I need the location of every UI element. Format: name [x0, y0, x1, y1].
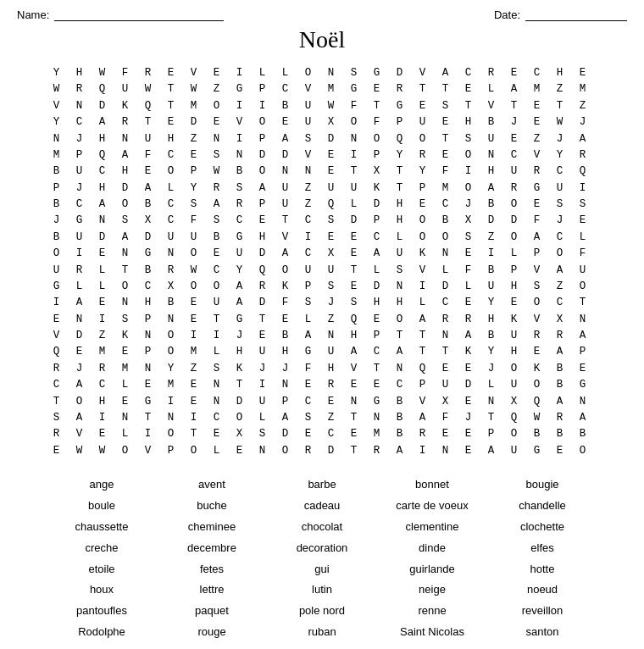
- word-list: angeaventbarbebonnetbougieboulebuchecade…: [34, 474, 610, 649]
- grid-row: R J R M N Y Z S K J J F H V T N Q E E J …: [53, 361, 591, 377]
- word-item: gui: [267, 559, 377, 580]
- word-item: Rodolphe: [47, 622, 157, 643]
- word-item: decoration: [267, 538, 377, 559]
- grid-row: N J H N U H Z N I P A S D N O Q O T S U …: [53, 131, 591, 147]
- name-line: [54, 9, 224, 21]
- word-item: creche: [47, 538, 157, 559]
- word-item: bonnet: [377, 474, 487, 496]
- name-field: Name:: [17, 8, 224, 21]
- word-item: noeud: [487, 580, 597, 601]
- grid-row: I A E N H B E U A D F S J S H H L C E Y …: [53, 295, 591, 311]
- word-item: chandelle: [487, 496, 597, 517]
- grid-row: J G N S X C F S C E T C S D P H O B X D …: [53, 213, 591, 229]
- word-item: pole nord: [267, 601, 377, 622]
- grid-row: P J H D A L Y R S A U Z U U K T P M O A …: [53, 180, 591, 197]
- date-field: Date:: [494, 8, 627, 21]
- word-item: carte de voeux: [377, 496, 487, 517]
- word-item: dinde: [377, 538, 487, 559]
- grid-row: B U D A D U U B G H V I E E C L O O S Z …: [53, 230, 591, 246]
- word-item: hotte: [487, 559, 597, 580]
- grid-row: V D Z K N O I I J E B A N H P T T N A B …: [53, 328, 591, 344]
- word-item: Saint Nicolas: [377, 622, 487, 643]
- grid-row: B C A O B C S A R P U Z Q L D H E C J B …: [53, 197, 591, 213]
- grid-row: T O H E G I E N D U P C E N G B V X E N …: [53, 394, 591, 410]
- word-item: chaussette: [47, 517, 157, 538]
- word-item: rouge: [157, 622, 267, 643]
- word-item: bougie: [487, 474, 597, 496]
- word-item: pantoufles: [47, 601, 157, 622]
- word-item: santon: [487, 622, 597, 643]
- word-item: cheminee: [157, 517, 267, 538]
- grid-row: E W W O V P O L E N O R D T R A I N E A …: [53, 443, 591, 459]
- word-item: traineau: [322, 643, 432, 649]
- word-item: boule: [47, 496, 157, 517]
- grid-row: G L L O C X O O A R K P S E D N I D L U …: [53, 279, 591, 295]
- grid-row: B U C H E O P W B O N N E T X T Y F I H …: [53, 164, 591, 180]
- word-item: etoile: [47, 559, 157, 580]
- word-item: sapin: [212, 643, 322, 649]
- word-item: clementine: [377, 517, 487, 538]
- grid-row: C A C L E M E N T I N E R E E C P U D L …: [53, 377, 591, 393]
- grid-row: O I E N G N O E U D A C X E A U K N E I …: [53, 246, 591, 262]
- word-item: chocolat: [267, 517, 377, 538]
- grid-row: R V E L I O T E X S D E C E M B R E E P …: [53, 426, 591, 442]
- puzzle-grid: Y H W F R E V E I L L O N S G D V A C R …: [53, 65, 591, 459]
- word-item: decembre: [157, 538, 267, 559]
- grid-row: U R L T B R W C Y Q O U U T L S V L F B …: [53, 263, 591, 279]
- puzzle-container: Y H W F R E V E I L L O N S G D V A C R …: [17, 65, 627, 459]
- grid-row: Q E M E P O M L H U H G U A C A T T K Y …: [53, 344, 591, 360]
- word-item: houx: [47, 580, 157, 601]
- name-label: Name:: [17, 8, 49, 21]
- word-item: fetes: [157, 559, 267, 580]
- word-item: renne: [377, 601, 487, 622]
- word-item: lettre: [157, 580, 267, 601]
- word-item: ange: [47, 474, 157, 496]
- grid-row: Y H W F R E V E I L L O N S G D V A C R …: [53, 65, 591, 81]
- word-item: buche: [157, 496, 267, 517]
- word-item: paquet: [157, 601, 267, 622]
- word-item: avent: [157, 474, 267, 496]
- word-item: guirlande: [377, 559, 487, 580]
- date-label: Date:: [494, 8, 520, 21]
- word-item: neige: [377, 580, 487, 601]
- word-item: reveillon: [487, 601, 597, 622]
- header: Name: Date:: [17, 8, 627, 21]
- word-item: clochette: [487, 517, 597, 538]
- word-item: lutin: [267, 580, 377, 601]
- word-item: cadeau: [267, 496, 377, 517]
- word-item: barbe: [267, 474, 377, 496]
- grid-row: M P Q A F C E S N D D V E I P Y R E O N …: [53, 147, 591, 164]
- grid-row: V N D K Q T M O I I B U W F T G E S T V …: [53, 98, 591, 114]
- word-item: ruban: [267, 622, 377, 643]
- page-title: Noël: [17, 26, 627, 53]
- word-item: elfes: [487, 538, 597, 559]
- grid-row: E N I S P N E T G T E L Z Q E O A R R H …: [53, 312, 591, 328]
- date-line: [525, 9, 627, 21]
- grid-row: W R Q U W T W Z G P C V M G E R T T E L …: [53, 81, 591, 97]
- grid-row: Y C A R T E D E V O E U X O F P U E H B …: [53, 114, 591, 130]
- grid-row: S A I N T N I C O L A S Z T N B A F J T …: [53, 410, 591, 426]
